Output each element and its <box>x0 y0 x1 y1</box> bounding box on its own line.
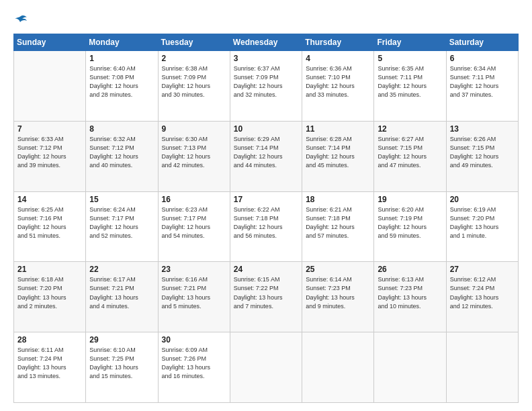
day-info: Sunrise: 6:32 AM Sunset: 7:12 PM Dayligh… <box>89 135 154 170</box>
day-info: Sunrise: 6:10 AM Sunset: 7:25 PM Dayligh… <box>89 346 154 381</box>
calendar-week-4: 21Sunrise: 6:18 AM Sunset: 7:20 PM Dayli… <box>14 262 519 332</box>
day-number: 17 <box>234 195 298 204</box>
calendar-week-3: 14Sunrise: 6:25 AM Sunset: 7:16 PM Dayli… <box>14 191 519 262</box>
day-info: Sunrise: 6:24 AM Sunset: 7:17 PM Dayligh… <box>89 205 154 240</box>
calendar-week-2: 7Sunrise: 6:33 AM Sunset: 7:12 PM Daylig… <box>14 121 519 191</box>
day-number: 14 <box>17 195 82 204</box>
day-number: 24 <box>234 265 298 274</box>
day-info: Sunrise: 6:13 AM Sunset: 7:23 PM Dayligh… <box>378 275 442 310</box>
calendar-table: SundayMondayTuesdayWednesdayThursdayFrid… <box>13 34 519 403</box>
day-info: Sunrise: 6:34 AM Sunset: 7:11 PM Dayligh… <box>450 64 515 99</box>
weekday-header-monday: Monday <box>86 34 158 51</box>
day-number: 21 <box>17 265 82 274</box>
weekday-header-friday: Friday <box>374 34 446 51</box>
day-info: Sunrise: 6:23 AM Sunset: 7:17 PM Dayligh… <box>162 205 226 240</box>
day-info: Sunrise: 6:22 AM Sunset: 7:18 PM Dayligh… <box>234 205 298 240</box>
calendar-cell: 24Sunrise: 6:15 AM Sunset: 7:22 PM Dayli… <box>230 262 302 332</box>
calendar-cell: 17Sunrise: 6:22 AM Sunset: 7:18 PM Dayli… <box>230 191 302 262</box>
calendar-cell <box>302 332 374 403</box>
day-number: 9 <box>162 124 226 134</box>
day-info: Sunrise: 6:38 AM Sunset: 7:09 PM Dayligh… <box>162 64 226 99</box>
calendar-cell: 13Sunrise: 6:26 AM Sunset: 7:15 PM Dayli… <box>446 121 518 191</box>
calendar-cell: 8Sunrise: 6:32 AM Sunset: 7:12 PM Daylig… <box>86 121 158 191</box>
day-number: 29 <box>89 335 154 345</box>
calendar-cell <box>14 51 86 122</box>
logo-text <box>13 11 28 27</box>
day-info: Sunrise: 6:19 AM Sunset: 7:20 PM Dayligh… <box>450 205 515 240</box>
calendar-cell: 22Sunrise: 6:17 AM Sunset: 7:21 PM Dayli… <box>86 262 158 332</box>
day-info: Sunrise: 6:28 AM Sunset: 7:14 PM Dayligh… <box>306 135 370 170</box>
day-info: Sunrise: 6:25 AM Sunset: 7:16 PM Dayligh… <box>17 205 82 240</box>
day-info: Sunrise: 6:15 AM Sunset: 7:22 PM Dayligh… <box>234 275 298 310</box>
day-number: 22 <box>89 265 154 274</box>
weekday-header-row: SundayMondayTuesdayWednesdayThursdayFrid… <box>14 34 519 51</box>
calendar-cell: 7Sunrise: 6:33 AM Sunset: 7:12 PM Daylig… <box>14 121 86 191</box>
calendar-cell: 5Sunrise: 6:35 AM Sunset: 7:11 PM Daylig… <box>374 51 446 122</box>
calendar-body: 1Sunrise: 6:40 AM Sunset: 7:08 PM Daylig… <box>14 51 519 403</box>
day-number: 8 <box>89 124 154 134</box>
day-number: 3 <box>234 54 298 63</box>
day-number: 11 <box>306 124 370 134</box>
day-info: Sunrise: 6:16 AM Sunset: 7:21 PM Dayligh… <box>162 275 226 310</box>
calendar-week-1: 1Sunrise: 6:40 AM Sunset: 7:08 PM Daylig… <box>14 51 519 122</box>
calendar-cell: 11Sunrise: 6:28 AM Sunset: 7:14 PM Dayli… <box>302 121 374 191</box>
calendar-cell: 15Sunrise: 6:24 AM Sunset: 7:17 PM Dayli… <box>86 191 158 262</box>
day-number: 25 <box>306 265 370 274</box>
day-number: 30 <box>162 335 226 345</box>
calendar-cell: 10Sunrise: 6:29 AM Sunset: 7:14 PM Dayli… <box>230 121 302 191</box>
day-info: Sunrise: 6:27 AM Sunset: 7:15 PM Dayligh… <box>378 135 442 170</box>
day-number: 20 <box>450 195 515 204</box>
day-info: Sunrise: 6:12 AM Sunset: 7:24 PM Dayligh… <box>450 275 515 310</box>
day-info: Sunrise: 6:09 AM Sunset: 7:26 PM Dayligh… <box>162 346 226 381</box>
day-number: 18 <box>306 195 370 204</box>
header <box>13 11 519 27</box>
calendar-cell: 30Sunrise: 6:09 AM Sunset: 7:26 PM Dayli… <box>158 332 230 403</box>
weekday-header-saturday: Saturday <box>446 34 518 51</box>
day-info: Sunrise: 6:29 AM Sunset: 7:14 PM Dayligh… <box>234 135 298 170</box>
calendar-cell <box>374 332 446 403</box>
day-number: 4 <box>306 54 370 63</box>
calendar-cell: 2Sunrise: 6:38 AM Sunset: 7:09 PM Daylig… <box>158 51 230 122</box>
day-number: 13 <box>450 124 515 134</box>
calendar-cell: 4Sunrise: 6:36 AM Sunset: 7:10 PM Daylig… <box>302 51 374 122</box>
logo-bird-icon <box>14 15 28 24</box>
logo <box>13 11 28 27</box>
day-number: 1 <box>89 54 154 63</box>
day-info: Sunrise: 6:37 AM Sunset: 7:09 PM Dayligh… <box>234 64 298 99</box>
day-number: 5 <box>378 54 442 63</box>
calendar-cell: 26Sunrise: 6:13 AM Sunset: 7:23 PM Dayli… <box>374 262 446 332</box>
page: SundayMondayTuesdayWednesdayThursdayFrid… <box>0 0 532 411</box>
day-info: Sunrise: 6:17 AM Sunset: 7:21 PM Dayligh… <box>89 275 154 310</box>
day-info: Sunrise: 6:35 AM Sunset: 7:11 PM Dayligh… <box>378 64 442 99</box>
calendar-cell: 14Sunrise: 6:25 AM Sunset: 7:16 PM Dayli… <box>14 191 86 262</box>
day-number: 23 <box>162 265 226 274</box>
weekday-header-tuesday: Tuesday <box>158 34 230 51</box>
day-info: Sunrise: 6:30 AM Sunset: 7:13 PM Dayligh… <box>162 135 226 170</box>
calendar-cell: 25Sunrise: 6:14 AM Sunset: 7:23 PM Dayli… <box>302 262 374 332</box>
day-number: 15 <box>89 195 154 204</box>
calendar-cell: 27Sunrise: 6:12 AM Sunset: 7:24 PM Dayli… <box>446 262 518 332</box>
calendar-cell: 16Sunrise: 6:23 AM Sunset: 7:17 PM Dayli… <box>158 191 230 262</box>
day-number: 19 <box>378 195 442 204</box>
day-number: 6 <box>450 54 515 63</box>
day-number: 27 <box>450 265 515 274</box>
day-info: Sunrise: 6:36 AM Sunset: 7:10 PM Dayligh… <box>306 64 370 99</box>
day-number: 10 <box>234 124 298 134</box>
day-number: 12 <box>378 124 442 134</box>
day-info: Sunrise: 6:21 AM Sunset: 7:18 PM Dayligh… <box>306 205 370 240</box>
day-number: 2 <box>162 54 226 63</box>
day-number: 7 <box>17 124 82 134</box>
calendar-cell: 12Sunrise: 6:27 AM Sunset: 7:15 PM Dayli… <box>374 121 446 191</box>
calendar-cell: 19Sunrise: 6:20 AM Sunset: 7:19 PM Dayli… <box>374 191 446 262</box>
calendar-cell: 6Sunrise: 6:34 AM Sunset: 7:11 PM Daylig… <box>446 51 518 122</box>
weekday-header-sunday: Sunday <box>14 34 86 51</box>
calendar-week-5: 28Sunrise: 6:11 AM Sunset: 7:24 PM Dayli… <box>14 332 519 403</box>
calendar-cell: 28Sunrise: 6:11 AM Sunset: 7:24 PM Dayli… <box>14 332 86 403</box>
day-info: Sunrise: 6:40 AM Sunset: 7:08 PM Dayligh… <box>89 64 154 99</box>
calendar-cell: 3Sunrise: 6:37 AM Sunset: 7:09 PM Daylig… <box>230 51 302 122</box>
calendar-cell <box>230 332 302 403</box>
weekday-header-wednesday: Wednesday <box>230 34 302 51</box>
day-info: Sunrise: 6:26 AM Sunset: 7:15 PM Dayligh… <box>450 135 515 170</box>
calendar-cell: 9Sunrise: 6:30 AM Sunset: 7:13 PM Daylig… <box>158 121 230 191</box>
day-info: Sunrise: 6:33 AM Sunset: 7:12 PM Dayligh… <box>17 135 82 170</box>
